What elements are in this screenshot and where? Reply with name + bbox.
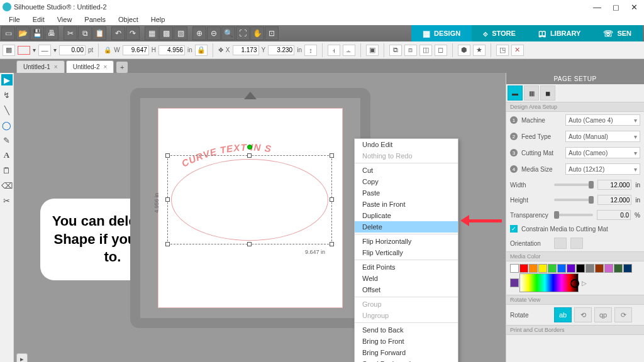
ctx-flip-v[interactable]: Flip Vertically (355, 247, 458, 258)
design-page[interactable]: CURVE TEXT IN S 9.647 in 4.956 in (158, 108, 343, 308)
selection-box[interactable]: 9.647 in 4.956 in (167, 155, 332, 244)
lock-aspect-icon[interactable]: 🔒 (195, 45, 208, 56)
close-icon[interactable]: × (54, 63, 58, 70)
zoomin-icon[interactable]: ⊕ (192, 26, 206, 40)
color-swatch[interactable] (604, 264, 613, 273)
panel-tab-page[interactable]: ▬ (508, 85, 523, 101)
ctx-bring-forward[interactable]: Bring Forward (355, 347, 458, 358)
width-field[interactable] (597, 180, 631, 190)
minimize-button[interactable]: — (593, 3, 601, 12)
x-input[interactable] (233, 45, 259, 55)
ctx-edit-points[interactable]: Edit Points (355, 261, 458, 273)
transparency-slider[interactable] (554, 214, 593, 216)
ctx-offset[interactable]: Offset (355, 284, 458, 295)
media-select[interactable]: Auto (12x12)▾ (565, 163, 640, 175)
ctx-delete[interactable]: Delete (355, 221, 458, 233)
trace-icon[interactable]: ◳ (496, 45, 509, 56)
zoomout-icon[interactable]: ⊖ (207, 26, 221, 40)
machine-select[interactable]: Auto (Cameo 4)▾ (565, 114, 640, 126)
cut-icon[interactable]: ✂ (64, 26, 77, 40)
height-slider[interactable] (554, 199, 594, 201)
doc-tab[interactable]: Untitled-1× (16, 60, 65, 73)
color-swatch[interactable] (576, 264, 585, 273)
resize-handle[interactable] (165, 242, 170, 246)
transparency-field[interactable] (597, 210, 631, 220)
resize-handle[interactable] (165, 197, 170, 202)
color-swatch[interactable] (614, 264, 623, 273)
ungroup-icon[interactable]: ⧈ (404, 45, 417, 56)
ctx-paste-front[interactable]: Paste in Front (355, 199, 458, 210)
doc-tab-active[interactable]: Untitled-2× (66, 60, 114, 73)
ctx-send-back[interactable]: Send to Back (355, 324, 458, 336)
distribute-icon[interactable]: ⫠ (343, 45, 355, 56)
orientation-landscape[interactable] (570, 238, 583, 249)
color-gradient[interactable] (519, 273, 579, 292)
eraser-tool[interactable]: ⌫ (1, 180, 13, 191)
edit-points-tool[interactable]: ↯ (1, 89, 13, 101)
select-tool[interactable]: ▶ (1, 74, 13, 85)
new-icon[interactable]: ▭ (1, 26, 15, 40)
color-swatch[interactable] (623, 264, 632, 273)
fit-icon[interactable]: ⊡ (265, 26, 279, 40)
menu-view[interactable]: View (52, 15, 77, 24)
group-icon[interactable]: ⧉ (389, 45, 402, 56)
color-swatch[interactable] (519, 264, 528, 273)
ctx-flip-h[interactable]: Flip Horizontally (355, 236, 458, 247)
ctx-send-backward[interactable]: Send Backward (355, 358, 458, 362)
tab-library[interactable]: 🕮LIBRARY (527, 25, 592, 41)
width-slider[interactable] (554, 184, 594, 186)
resize-handle[interactable] (247, 242, 252, 246)
color-swatch[interactable] (567, 264, 575, 273)
menu-edit[interactable]: Edit (28, 15, 50, 24)
center-icon[interactable]: ▣ (366, 45, 379, 56)
constrain-checkbox[interactable]: ✓ (510, 225, 518, 233)
close-button[interactable]: ✕ (631, 3, 638, 12)
expand-icon[interactable]: ▷ (582, 280, 587, 287)
deselect-icon[interactable]: ▧ (174, 26, 187, 40)
copy-icon[interactable]: ⧉ (78, 26, 92, 40)
panel-toggle-button[interactable]: ▸ (16, 353, 28, 362)
save-icon[interactable]: 💾 (30, 26, 44, 40)
orientation-portrait[interactable] (554, 238, 567, 249)
color-swatch[interactable] (557, 264, 566, 273)
y-input[interactable] (268, 45, 294, 55)
note-tool[interactable]: 🗒 (1, 165, 13, 176)
feed-select[interactable]: Auto (Manual)▾ (565, 131, 640, 142)
rotate-180[interactable]: qp (594, 307, 612, 322)
zoomfit-icon[interactable]: 🔍 (221, 26, 235, 40)
pan-icon[interactable]: ✋ (250, 26, 264, 40)
ctx-duplicate[interactable]: Duplicate (355, 210, 458, 221)
knife-tool[interactable]: ✂ (1, 195, 13, 206)
resize-handle[interactable] (330, 197, 334, 202)
open-icon[interactable]: 📂 (16, 26, 30, 40)
select-icon[interactable]: ▦ (145, 26, 158, 40)
ctx-copy[interactable]: Copy (355, 176, 458, 187)
tab-send[interactable]: ☏SEN (592, 25, 643, 41)
add-tab-button[interactable]: + (116, 62, 128, 73)
stroke-color[interactable] (18, 46, 30, 55)
rotate-90[interactable]: ⟲ (574, 307, 592, 322)
fill-icon[interactable]: ▩ (3, 45, 15, 56)
rotate-0[interactable]: ab (554, 307, 572, 322)
ctx-paste[interactable]: Paste (355, 187, 458, 199)
height-input[interactable] (158, 45, 185, 55)
color-swatch[interactable] (586, 264, 594, 273)
weld-icon[interactable]: ⬢ (458, 45, 470, 56)
paste-icon[interactable]: 📋 (92, 26, 106, 40)
rotate-handle[interactable] (247, 145, 252, 150)
text-tool[interactable]: A (1, 150, 13, 161)
menu-object[interactable]: Object (113, 15, 143, 24)
resize-handle[interactable] (330, 153, 334, 158)
align-icon[interactable]: ⫞ (328, 45, 340, 56)
resize-handle[interactable] (247, 153, 252, 158)
close-icon[interactable]: × (103, 63, 107, 70)
maximize-button[interactable]: ◻ (613, 3, 619, 12)
zoomarea-icon[interactable]: ⛶ (236, 26, 250, 40)
color-swatch[interactable] (510, 278, 519, 287)
rotate-270[interactable]: ⟳ (614, 307, 632, 322)
redo-icon[interactable]: ↷ (126, 26, 140, 40)
delete-icon[interactable]: ✕ (511, 45, 524, 56)
color-swatch[interactable] (548, 264, 557, 273)
lock-icon[interactable]: 🔒 (104, 47, 111, 53)
resize-handle[interactable] (330, 242, 334, 246)
